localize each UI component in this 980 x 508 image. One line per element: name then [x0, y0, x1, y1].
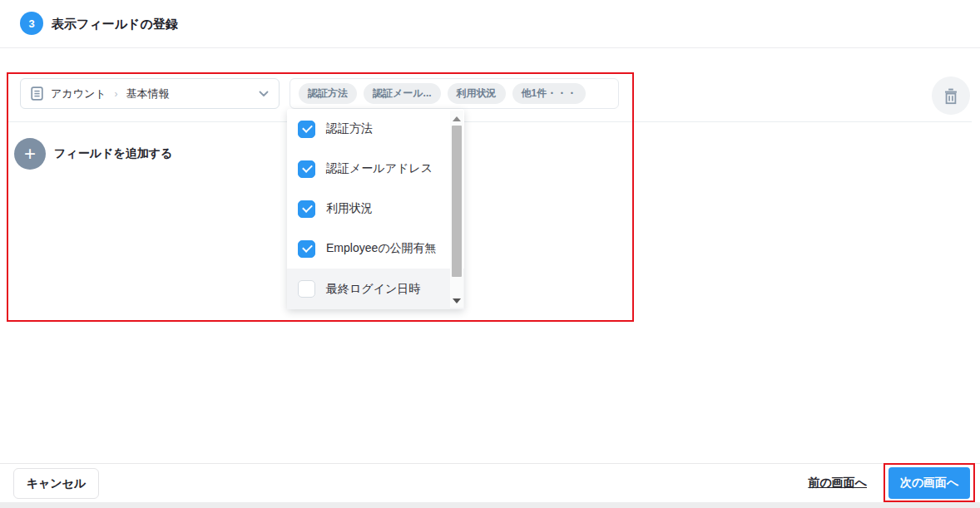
- field-tag: 認証方法: [299, 83, 357, 104]
- scroll-down-arrow-icon[interactable]: [453, 298, 461, 303]
- field-registration-panel: 3 表示フィールドの登録 アカウント › 基本情報 認証方法認証メール...利用…: [0, 0, 980, 508]
- delete-row-button[interactable]: [932, 76, 970, 115]
- row-divider: [8, 121, 972, 122]
- field-tag: 認証メール...: [364, 83, 441, 104]
- scroll-up-arrow-icon[interactable]: [453, 116, 461, 121]
- document-list-icon: [31, 86, 43, 101]
- breadcrumb-chevron-icon: ›: [115, 88, 118, 100]
- step-number-badge: 3: [20, 12, 43, 35]
- field-tag: 利用状況: [448, 83, 506, 104]
- checkbox-checked-icon[interactable]: [298, 121, 315, 138]
- field-option-label: Employeeの公開有無: [326, 241, 437, 256]
- page-bottom-strip: [0, 502, 980, 508]
- dropdown-scrollbar[interactable]: [450, 111, 463, 308]
- field-option-label: 最終ログイン日時: [326, 282, 420, 297]
- chevron-down-icon: [259, 91, 269, 97]
- page-title: 表示フィールドの登録: [52, 0, 178, 48]
- previous-screen-link[interactable]: 前の画面へ: [808, 476, 867, 491]
- select-group-label: アカウント: [51, 86, 106, 101]
- cancel-button[interactable]: キャンセル: [13, 468, 99, 499]
- field-tag: 他1件・・・: [512, 83, 587, 104]
- field-option-label: 認証方法: [326, 121, 373, 136]
- scrollbar-thumb[interactable]: [452, 126, 462, 277]
- checkbox-checked-icon[interactable]: [298, 200, 315, 218]
- field-option-row[interactable]: 認証方法: [287, 109, 464, 149]
- field-options-list: 認証方法認証メールアドレス利用状況Employeeの公開有無最終ログイン日時: [287, 109, 464, 309]
- field-source-select[interactable]: アカウント › 基本情報: [20, 78, 280, 109]
- checkbox-unchecked-icon[interactable]: [298, 280, 315, 298]
- plus-icon: +: [14, 138, 46, 170]
- field-option-label: 認証メールアドレス: [326, 161, 433, 176]
- panel-header: 3 表示フィールドの登録: [0, 0, 980, 48]
- selected-fields-box[interactable]: 認証方法認証メール...利用状況他1件・・・: [290, 78, 619, 109]
- field-option-row[interactable]: Employeeの公開有無: [287, 229, 464, 269]
- field-option-label: 利用状況: [326, 201, 373, 216]
- select-field-label: 基本情報: [126, 86, 170, 101]
- checkbox-checked-icon[interactable]: [298, 160, 315, 178]
- next-screen-button[interactable]: 次の画面へ: [888, 467, 970, 499]
- field-options-dropdown: 認証方法認証メールアドレス利用状況Employeeの公開有無最終ログイン日時: [287, 109, 464, 309]
- checkbox-checked-icon[interactable]: [298, 240, 315, 258]
- add-field-label: フィールドを追加する: [54, 146, 172, 161]
- field-option-row[interactable]: 認証メールアドレス: [287, 149, 464, 189]
- field-option-row[interactable]: 最終ログイン日時: [287, 269, 464, 309]
- field-option-row[interactable]: 利用状況: [287, 189, 464, 229]
- add-field-button[interactable]: + フィールドを追加する: [14, 138, 172, 170]
- trash-icon: [943, 87, 959, 105]
